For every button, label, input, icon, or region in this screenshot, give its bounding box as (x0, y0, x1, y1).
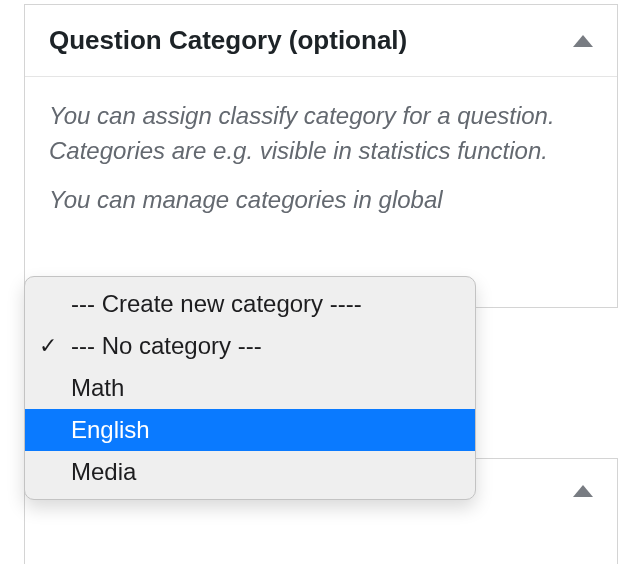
check-icon: ✓ (39, 333, 57, 359)
option-no-category[interactable]: ✓ --- No category --- (25, 325, 475, 367)
help-text-2: You can manage categories in global (49, 183, 593, 218)
help-text-1: You can assign classify category for a q… (49, 99, 593, 169)
option-create-new[interactable]: --- Create new category ---- (25, 277, 475, 325)
option-label: --- No category --- (71, 332, 262, 360)
option-label: --- Create new category ---- (71, 290, 362, 318)
option-label: Media (71, 458, 136, 486)
option-media[interactable]: Media (25, 451, 475, 499)
collapse-icon (573, 485, 593, 497)
panel-header[interactable]: Question Category (optional) (25, 5, 617, 77)
option-english[interactable]: English (25, 409, 475, 451)
question-category-panel: Question Category (optional) You can ass… (24, 4, 618, 308)
option-label: Math (71, 374, 124, 402)
collapse-icon (573, 35, 593, 47)
option-math[interactable]: Math (25, 367, 475, 409)
panel-body: You can assign classify category for a q… (25, 77, 617, 307)
collapse-icon-wrap[interactable] (573, 485, 593, 497)
category-dropdown[interactable]: --- Create new category ---- ✓ --- No ca… (24, 276, 476, 500)
option-label: English (71, 416, 150, 444)
panel-title: Question Category (optional) (49, 25, 407, 56)
